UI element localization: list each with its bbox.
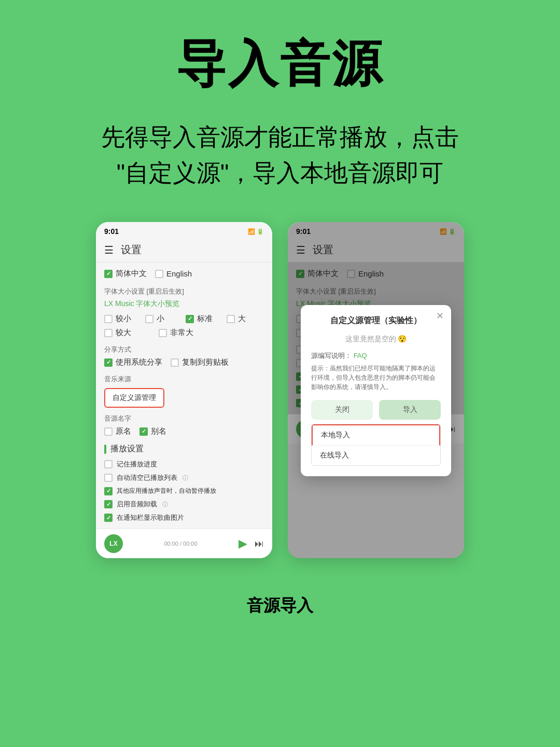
share-options-left: 使用系统分享 复制到剪贴板: [104, 357, 264, 367]
dialog-title: 自定义源管理（实验性）: [311, 315, 441, 326]
opt-clear-left: 自动清空已播放列表 ⓘ: [104, 473, 264, 482]
font-preview-left: LX Music 字体大小预览: [104, 299, 264, 309]
share-system-left[interactable]: 使用系统分享: [104, 357, 162, 367]
font-size-options-left: 较小 小 标准 大: [104, 314, 264, 324]
playback-title-left: 播放设置: [110, 444, 144, 454]
status-bar-left: 9:01 📶 🔋: [96, 222, 272, 238]
source-original-check-left[interactable]: [104, 427, 113, 436]
play-button-left[interactable]: ▶: [239, 537, 247, 550]
english-checkbox-left[interactable]: [155, 270, 163, 278]
playback-bar-left: [104, 445, 106, 454]
settings-header-left: ☰ 设置: [96, 238, 272, 262]
subtitle-line2: "自定义源"，导入本地音源即可: [101, 155, 459, 191]
font-md-check-left[interactable]: [186, 315, 194, 323]
online-import-item[interactable]: 在线导入: [312, 446, 440, 465]
share-section-left: 分享方式: [104, 345, 264, 354]
opt-unload-left: 启用音频卸载 ⓘ: [104, 500, 264, 509]
dialog-import-button[interactable]: 导入: [379, 400, 441, 420]
source-name-label-left: 音源名字: [104, 414, 264, 423]
share-clipboard-left[interactable]: 复制到剪贴板: [171, 357, 229, 367]
opt-remember-check-left[interactable]: [104, 460, 113, 468]
dialog-warning: 提示：虽然我们已经尽可能地隔离了脚本的运行环境，但导入包含恶意行为的脚本仍可能会…: [311, 364, 441, 392]
source-alias-left[interactable]: 别名: [139, 426, 166, 436]
source-alias-check-left[interactable]: [139, 427, 148, 436]
status-icons-left: 📶 🔋: [248, 228, 264, 235]
font-size-options-row2-left: 较大 非常大: [104, 328, 264, 338]
skip-button-left[interactable]: ⏭: [255, 538, 264, 549]
music-source-label-left: 音乐来源: [104, 375, 264, 384]
settings-title-left: 设置: [121, 243, 142, 257]
playback-options-left: 记住播放进度 自动清空已播放列表 ⓘ 其他应用播放声音时，自动暂停播放 启用音频…: [104, 460, 264, 522]
source-original-left[interactable]: 原名: [104, 426, 131, 436]
opt-album-left: 在通知栏显示歌曲图片: [104, 513, 264, 522]
phones-container: 9:01 📶 🔋 ☰ 设置 简体中文 English: [21, 222, 539, 558]
faq-link[interactable]: FAQ: [354, 352, 367, 359]
import-dropdown-menu: 本地导入 在线导入: [311, 424, 441, 466]
share-clipboard-check-left[interactable]: [171, 358, 179, 367]
font-xxl-check-left[interactable]: [159, 329, 167, 337]
font-sm-check-left[interactable]: [145, 315, 153, 323]
dialog-box: ✕ 自定义源管理（实验性） 这里竟然是空的 😯 源编写说明： FAQ 提示：虽然…: [301, 305, 451, 476]
opt-pause-check-left[interactable]: [104, 487, 113, 495]
english-label-left[interactable]: English: [155, 269, 192, 278]
font-xs-check-left[interactable]: [104, 315, 113, 323]
font-md-left[interactable]: 标准: [186, 314, 223, 324]
phone-right: 9:01 📶 🔋 ☰ 设置 简体中文 English: [288, 222, 464, 558]
custom-source-button-left[interactable]: 自定义源管理: [104, 388, 164, 408]
bottom-caption: 音源导入: [247, 594, 313, 617]
bottom-player-left: LX 00:00 / 00:00 ▶ ⏭: [96, 529, 272, 558]
opt-album-check-left[interactable]: [104, 514, 113, 522]
status-time-left: 9:01: [104, 227, 119, 236]
dialog-close-icon[interactable]: ✕: [436, 310, 444, 322]
opt-clear-check-left[interactable]: [104, 474, 113, 482]
dialog-overlay: ✕ 自定义源管理（实验性） 这里竟然是空的 😯 源编写说明： FAQ 提示：虽然…: [288, 222, 464, 558]
opt-unload-check-left[interactable]: [104, 500, 113, 508]
font-xl-left[interactable]: 较大: [104, 328, 156, 338]
font-lg-check-left[interactable]: [227, 315, 235, 323]
settings-content-left: 简体中文 English 字体大小设置 [重启后生效] LX Music 字体大…: [96, 262, 272, 529]
dialog-buttons: 关闭 导入: [311, 400, 441, 420]
chinese-label-left[interactable]: 简体中文: [104, 269, 147, 279]
dialog-faq: 源编写说明： FAQ: [311, 351, 441, 361]
subtitle: 先得导入音源才能正常播放，点击 "自定义源"，导入本地音源即可: [101, 119, 459, 191]
language-row-left: 简体中文 English: [104, 269, 264, 279]
player-time-left: 00:00 / 00:00: [128, 541, 233, 547]
local-import-item[interactable]: 本地导入: [312, 424, 440, 446]
playback-header-left: 播放设置: [104, 444, 264, 454]
chinese-checkbox-left[interactable]: [104, 270, 113, 278]
source-name-options-left: 原名 别名: [104, 426, 264, 436]
share-system-check-left[interactable]: [104, 358, 113, 367]
player-controls-left: ▶ ⏭: [239, 537, 264, 550]
font-xxl-left[interactable]: 非常大: [159, 328, 210, 338]
main-title: 导入音源: [176, 31, 384, 99]
font-xl-check-left[interactable]: [104, 329, 113, 337]
hamburger-icon-left[interactable]: ☰: [104, 244, 114, 256]
subtitle-line1: 先得导入音源才能正常播放，点击: [101, 119, 459, 155]
font-xs-left[interactable]: 较小: [104, 314, 142, 324]
player-avatar-left: LX: [104, 534, 123, 553]
dialog-close-button[interactable]: 关闭: [311, 400, 373, 420]
opt-pause-left: 其他应用播放声音时，自动暂停播放: [104, 487, 264, 495]
dialog-empty: 这里竟然是空的 😯: [311, 335, 441, 344]
opt-remember-left: 记住播放进度: [104, 460, 264, 469]
font-size-section-left: 字体大小设置 [重启后生效]: [104, 287, 264, 296]
font-lg-left[interactable]: 大: [227, 314, 264, 324]
font-sm-left[interactable]: 小: [145, 314, 183, 324]
phone-left: 9:01 📶 🔋 ☰ 设置 简体中文 English: [96, 222, 272, 558]
